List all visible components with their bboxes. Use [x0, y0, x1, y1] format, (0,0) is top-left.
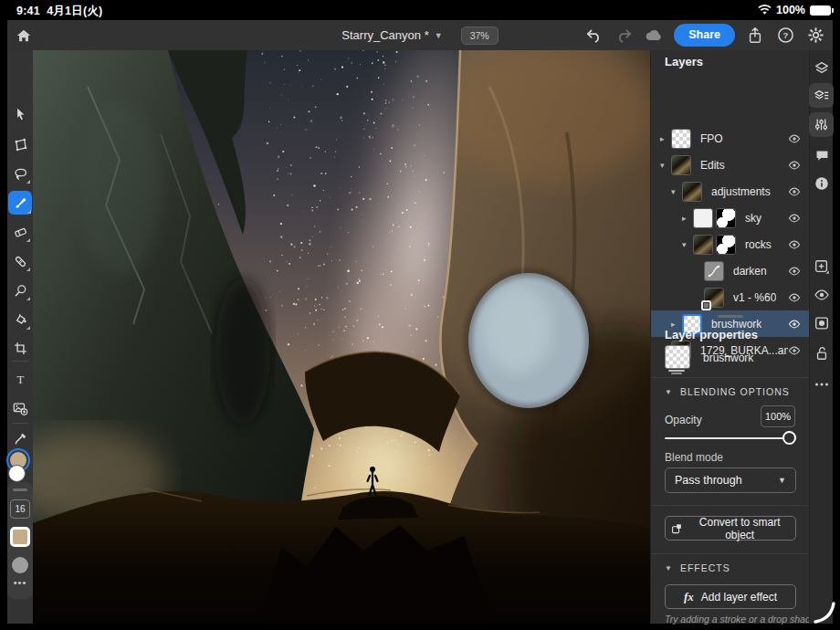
redo-button[interactable] [614, 26, 634, 46]
layer-row-adjustments[interactable]: ▾ adjustments [651, 178, 810, 205]
move-tool[interactable] [9, 103, 31, 125]
divider [651, 505, 810, 506]
visibility-eye-icon[interactable] [788, 345, 801, 356]
background-color-swatch[interactable] [8, 465, 26, 482]
lock-layer-button[interactable] [811, 342, 833, 364]
layer-properties-title: Layer properties [665, 328, 758, 341]
home-button[interactable] [13, 25, 35, 47]
info-panel-icon[interactable] [811, 173, 833, 194]
disclosure-down-icon[interactable]: ▾ [682, 240, 693, 249]
divider [651, 377, 810, 378]
export-button[interactable] [745, 26, 765, 46]
share-button[interactable]: Share [674, 24, 735, 47]
convert-to-smart-object-button[interactable]: Convert to smart object [665, 516, 796, 541]
visibility-eye-icon[interactable] [788, 133, 801, 144]
panel-resize-handle[interactable] [718, 315, 743, 318]
layers-panel: Layers ▸ FPO ▾ Edits ▾ adjustments ▸ sky… [650, 50, 809, 624]
add-layer-effect-button[interactable]: fx Add layer effect [665, 584, 796, 609]
healing-tool[interactable] [9, 250, 31, 272]
disclosure-right-icon[interactable]: ▸ [660, 134, 671, 143]
divider [651, 553, 810, 554]
disclosure-down-icon[interactable]: ▾ [671, 187, 682, 196]
lasso-select-tool[interactable] [9, 163, 31, 184]
cloud-sync-icon[interactable] [644, 26, 664, 46]
add-layer-button[interactable] [811, 256, 833, 278]
brush-opacity-control[interactable] [12, 557, 28, 573]
layer-row-fpo[interactable]: ▸ FPO [651, 125, 810, 152]
layer-thumbnail [671, 129, 691, 149]
chevron-down-icon[interactable]: ▼ [435, 31, 443, 40]
visibility-eye-icon[interactable] [788, 266, 801, 277]
brush-tool[interactable] [8, 191, 32, 215]
eyedropper-tool[interactable] [9, 427, 31, 449]
brush-size-field[interactable]: 16 [10, 499, 30, 519]
status-indicators: 100% [758, 4, 831, 16]
settings-gear-icon[interactable] [805, 26, 825, 46]
more-options-icon[interactable]: ••• [7, 577, 33, 588]
visibility-eye-icon[interactable] [788, 239, 801, 250]
place-image-tool[interactable] [9, 397, 31, 419]
brush-options-panel: 16 ••• [7, 482, 33, 599]
layer-thumbnail [671, 155, 691, 175]
layer-row-rocks[interactable]: ▾ rocks [651, 231, 810, 257]
more-options-icon[interactable] [811, 373, 833, 395]
crop-tool[interactable] [9, 337, 31, 359]
blend-mode-select[interactable]: Pass through ▼ [665, 467, 796, 493]
disclosure-right-icon[interactable]: ▸ [682, 214, 693, 223]
effects-header[interactable]: ▼ EFFECTS [665, 562, 730, 573]
chevron-down-icon: ▼ [665, 388, 673, 396]
add-mask-button[interactable] [811, 312, 833, 334]
undo-button[interactable] [583, 26, 604, 46]
disclosure-right-icon[interactable]: ▸ [671, 320, 682, 329]
status-date: 4月1日(火) [47, 5, 102, 17]
effects-hint-text: Try adding a stroke or a drop shadow. [665, 614, 825, 625]
visibility-eye-icon[interactable] [788, 292, 801, 303]
opacity-value-field[interactable]: 100% [761, 405, 795, 427]
selected-layer-name: brushwork [703, 352, 753, 364]
blend-mode-label: Blend mode [665, 451, 723, 464]
comments-panel-icon[interactable] [811, 144, 833, 166]
blending-options-header[interactable]: ▼ BLENDING OPTIONS [665, 386, 790, 397]
battery-icon [810, 5, 831, 16]
transform-tool[interactable] [9, 133, 31, 155]
visibility-eye-icon[interactable] [788, 213, 801, 224]
home-icon [16, 27, 32, 44]
blend-mode-value: Pass through [675, 474, 742, 487]
layer-row-sky[interactable]: ▸ sky [651, 205, 810, 231]
opacity-slider[interactable] [665, 431, 796, 446]
visibility-eye-icon[interactable] [788, 319, 801, 330]
layer-row-v1[interactable]: v1 - %60 [651, 284, 810, 310]
brush-color-swatch[interactable] [10, 527, 30, 547]
status-time-date: 9:41 4月1日(火) [16, 4, 102, 19]
panel-drag-handle[interactable] [13, 488, 27, 491]
zoom-level-badge[interactable]: 37% [461, 26, 499, 45]
layers-panel-icon[interactable] [811, 58, 833, 79]
disclosure-down-icon[interactable]: ▾ [660, 161, 671, 170]
visibility-eye-icon[interactable] [788, 186, 801, 197]
tool-divider [12, 361, 28, 362]
canvas[interactable] [33, 50, 650, 624]
slider-track[interactable] [665, 437, 796, 439]
layer-row-edits[interactable]: ▾ Edits [651, 152, 810, 178]
layer-visibility-button[interactable] [811, 284, 833, 306]
eraser-tool[interactable] [9, 221, 31, 243]
slider-thumb[interactable] [782, 431, 796, 445]
document-title[interactable]: Starry_Canyon * [341, 28, 428, 42]
retouch-tool[interactable] [9, 279, 31, 301]
smart-object-badge-icon [701, 300, 711, 310]
layer-thumbnail [682, 182, 702, 202]
type-tool[interactable]: T [9, 368, 31, 390]
layer-row-darken[interactable]: darken [651, 257, 810, 284]
wifi-icon [758, 5, 772, 16]
canvas-image [33, 50, 650, 624]
app-header: Starry_Canyon * ▼ 37% Share ? [7, 20, 833, 51]
fx-icon: fx [684, 590, 694, 604]
adjustments-panel-icon[interactable] [809, 112, 834, 137]
help-button[interactable]: ? [775, 26, 795, 46]
fill-tool[interactable] [9, 309, 31, 331]
layer-properties-panel-icon[interactable] [809, 83, 834, 108]
header-actions: Share ? [583, 20, 829, 50]
corner-gesture-arc [813, 601, 836, 625]
curves-adjustment-icon [704, 261, 724, 281]
visibility-eye-icon[interactable] [788, 160, 801, 171]
